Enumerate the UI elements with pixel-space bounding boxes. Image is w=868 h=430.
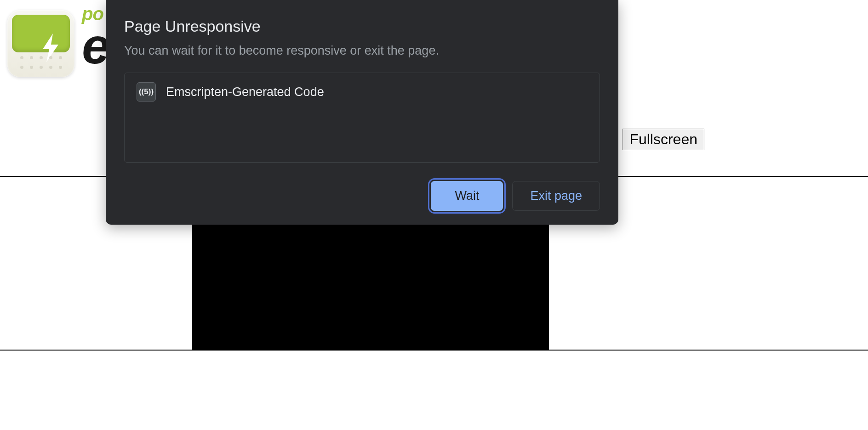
bottom-divider bbox=[0, 350, 868, 351]
wait-button[interactable]: Wait bbox=[431, 181, 503, 211]
dialog-button-row: Wait Exit page bbox=[124, 181, 600, 211]
page-favicon-icon: ((5)) bbox=[137, 82, 156, 102]
dialog-subtitle: You can wait for it to become responsive… bbox=[124, 44, 600, 58]
page-unresponsive-dialog: Page Unresponsive You can wait for it to… bbox=[106, 0, 618, 225]
list-item: ((5)) Emscripten-Generated Code bbox=[137, 82, 588, 102]
wordmark: po e bbox=[82, 5, 108, 68]
unresponsive-pages-list: ((5)) Emscripten-Generated Code bbox=[124, 73, 600, 163]
dialog-title: Page Unresponsive bbox=[124, 17, 600, 35]
logo-dots bbox=[7, 56, 74, 69]
exit-page-button[interactable]: Exit page bbox=[512, 181, 600, 211]
page-label: Emscripten-Generated Code bbox=[166, 85, 324, 99]
logo-top-panel bbox=[12, 15, 70, 52]
page-background: po e Fullscreen Page Unresponsive You ca… bbox=[0, 0, 868, 430]
wordmark-big-text: e bbox=[82, 23, 108, 68]
fullscreen-button[interactable]: Fullscreen bbox=[622, 129, 704, 150]
emscripten-logo bbox=[7, 10, 74, 77]
